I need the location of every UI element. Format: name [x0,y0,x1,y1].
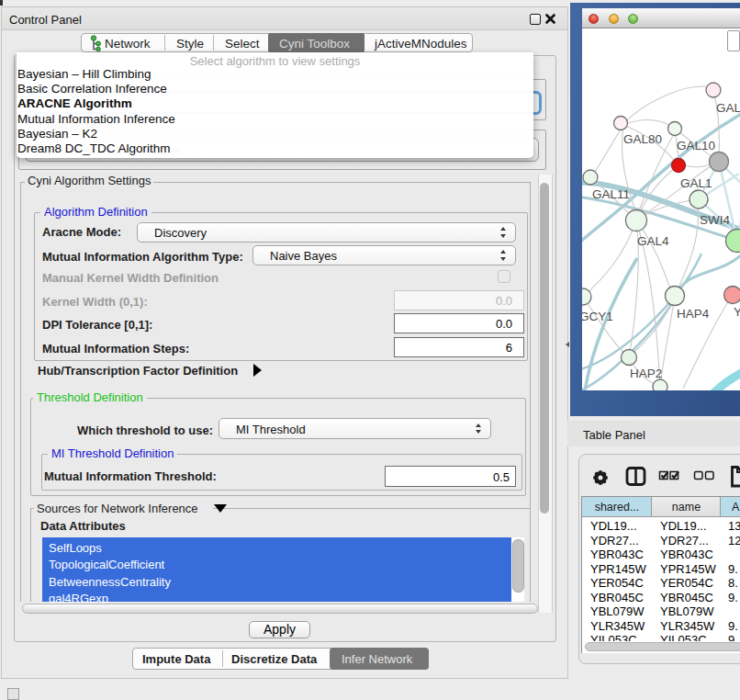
svg-text:GAL11: GAL11 [592,187,630,201]
svg-text:Y: Y [734,305,740,319]
svg-text:GAL80: GAL80 [623,132,662,146]
svg-text:GAL1: GAL1 [680,176,712,190]
svg-text:GAL4: GAL4 [637,234,669,248]
svg-text:HAP4: HAP4 [677,307,710,321]
svg-text:GAL2: GAL2 [716,101,740,115]
svg-text:GAL10: GAL10 [677,139,715,152]
svg-text:HAP2: HAP2 [630,367,662,380]
svg-text:SWI4: SWI4 [700,213,730,227]
svg-text:GCY1: GCY1 [582,310,613,323]
